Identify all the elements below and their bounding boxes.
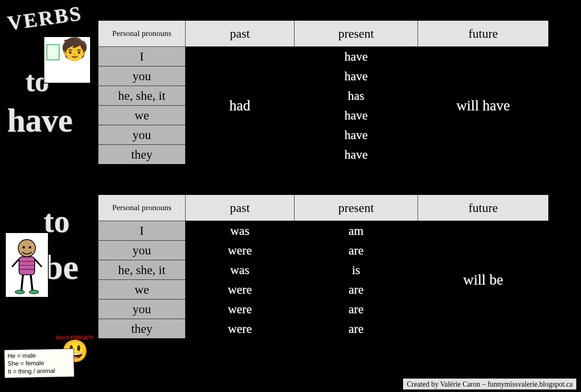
svg-line-7 [12,259,19,267]
svg-point-12 [29,290,38,294]
pronoun-cell: we [98,106,186,125]
have-present-cell: have [294,125,418,145]
be-present-cell: are [294,319,418,339]
be-present-cell: are [294,241,418,260]
worksheet-page: VERBS to have to be Personal pronouns pa… [0,0,581,392]
have-future-cell: will have [418,47,549,164]
have-present-cell: have [294,106,418,125]
table-row: I was am will be [98,221,549,241]
be-past-cell: were [186,280,294,299]
pronoun-cell: you [98,299,186,319]
have-present-cell: has [294,86,418,106]
legend-he: He = male [7,351,54,360]
be-past-cell: were [186,319,294,339]
clipart-waving-kid-icon [5,232,49,298]
pronoun-legend-box: He = male She = female It = thing / anim… [4,348,74,378]
col-header-pronouns: Personal pronouns [98,195,186,221]
col-header-past: past [186,195,294,221]
be-present-cell: are [294,299,418,319]
col-header-present: present [294,21,418,47]
be-past-cell: were [186,241,294,260]
legend-it: It = thing / animal [8,367,55,376]
clipart-boy-with-card-icon: 🧒 [44,36,91,83]
to-be-table: Personal pronouns past present future I … [98,195,549,339]
table-header-row: Personal pronouns past present future [98,195,549,221]
legend-she: She = female [8,359,55,368]
pronoun-cell: I [98,221,186,241]
have-present-cell: have [294,66,418,86]
pronoun-cell: he, she, it [98,260,186,280]
be-future-cell: will be [418,221,549,339]
have-present-cell: have [294,145,418,164]
pronoun-cell: you [98,66,186,86]
be-past-cell: was [186,260,294,280]
be-past-cell: were [186,299,294,319]
to-have-table: Personal pronouns past present future I … [98,20,549,164]
svg-rect-3 [19,257,34,275]
svg-line-10 [31,275,32,290]
svg-point-1 [23,246,25,248]
pronoun-cell: he, she, it [98,86,186,106]
svg-point-2 [29,246,31,248]
title-to-be-line2: be [44,247,78,287]
col-header-present: present [294,195,418,221]
col-header-past: past [186,21,294,47]
pronoun-cell: they [98,145,186,164]
title-to-have-line2: have [7,102,73,139]
pronoun-cell: I [98,47,186,66]
svg-line-8 [35,259,42,267]
title-verbs: VERBS [6,1,84,35]
svg-point-11 [15,290,25,294]
table-row: I had have will have [98,47,549,66]
be-present-cell: are [294,280,418,299]
pronoun-cell: they [98,319,186,339]
col-header-future: future [418,195,549,221]
pronoun-cell: we [98,280,186,299]
be-present-cell: am [294,221,418,241]
be-present-cell: is [294,260,418,280]
have-present-cell: have [294,47,418,66]
have-past-cell: had [186,47,294,164]
col-header-pronouns: Personal pronouns [98,21,186,47]
pronoun-cell: you [98,125,186,145]
pronoun-cell: you [98,241,186,260]
col-header-future: future [418,21,549,47]
table-header-row: Personal pronouns past present future [98,21,549,47]
be-past-cell: was [186,221,294,241]
credit-line: Created by Valérie Caron – funnymissvale… [403,378,577,390]
svg-line-9 [21,275,23,290]
